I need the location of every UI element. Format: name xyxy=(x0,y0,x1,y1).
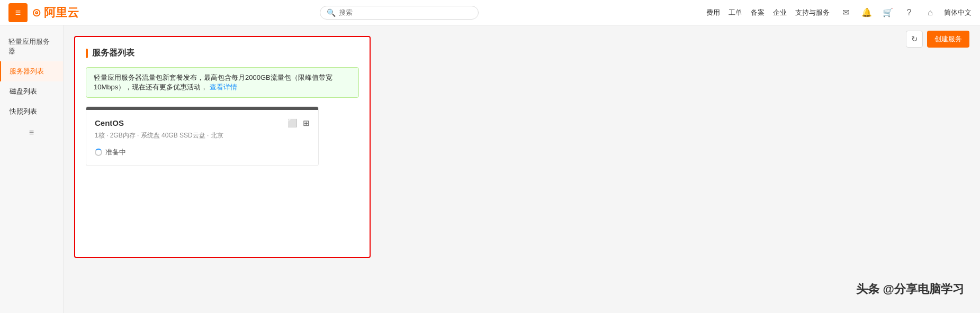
cart-icon[interactable]: 🛒 xyxy=(880,5,895,20)
server-card-header: CentOS ⬜ ⊞ xyxy=(95,118,310,128)
server-spec: 1核 · 2GB内存 · 系统盘 40GB SSD云盘 · 北京 xyxy=(95,131,310,140)
server-qr-icon[interactable]: ⊞ xyxy=(303,118,310,128)
nav-item-icp[interactable]: 备案 xyxy=(751,8,765,17)
nav-icon-group: ✉ 🔔 🛒 ? ⌂ 简体中文 xyxy=(838,5,972,20)
sidebar-item-disk-list[interactable]: 磁盘列表 xyxy=(0,81,63,102)
layout: 轻量应用服务器 服务器列表 磁盘列表 快照列表 ≡ 服务器列表 轻量应用服务器流… xyxy=(0,25,980,313)
search-area: 🔍 xyxy=(92,6,706,20)
sidebar-item-snapshot-list[interactable]: 快照列表 xyxy=(0,102,63,122)
nav-item-support[interactable]: 支持与服务 xyxy=(795,8,830,17)
watermark: 头条 @分享电脑学习 xyxy=(856,281,964,297)
content-box: 服务器列表 轻量应用服务器流量包新套餐发布，最高包含每月2000GB流量包（限峰… xyxy=(74,36,371,258)
server-card: CentOS ⬜ ⊞ 1核 · 2GB内存 · 系统盘 40GB SSD云盘 ·… xyxy=(86,106,319,166)
server-icon-group: ⬜ ⊞ xyxy=(287,118,310,128)
nav-right: 费用 工单 备案 企业 支持与服务 ✉ 🔔 🛒 ? ⌂ 简体中文 xyxy=(706,5,972,20)
refresh-button[interactable]: ↻ xyxy=(906,31,923,48)
alert-link[interactable]: 查看详情 xyxy=(210,83,237,91)
top-nav: ≡ ⊙ 阿里云 🔍 费用 工单 备案 企业 支持与服务 ✉ 🔔 🛒 ? ⌂ 简体… xyxy=(0,0,980,25)
search-box[interactable]: 🔍 xyxy=(320,6,479,20)
main-content: 服务器列表 轻量应用服务器流量包新套餐发布，最高包含每月2000GB流量包（限峰… xyxy=(64,25,980,313)
logo: ⊙ 阿里云 xyxy=(32,5,79,21)
page-header: 服务器列表 xyxy=(86,48,359,59)
search-icon: 🔍 xyxy=(327,8,336,17)
search-input[interactable] xyxy=(339,8,466,16)
status-spinner-icon xyxy=(95,149,102,156)
server-monitor-icon[interactable]: ⬜ xyxy=(287,118,298,128)
sidebar-bottom-icon[interactable]: ≡ xyxy=(0,122,63,144)
mail-icon[interactable]: ✉ xyxy=(838,5,853,20)
nav-item-ticket[interactable]: 工单 xyxy=(729,8,742,17)
bell-icon[interactable]: 🔔 xyxy=(859,5,874,20)
alert-banner: 轻量应用服务器流量包新套餐发布，最高包含每月2000GB流量包（限峰值带宽10M… xyxy=(86,67,359,98)
server-card-body: CentOS ⬜ ⊞ 1核 · 2GB内存 · 系统盘 40GB SSD云盘 ·… xyxy=(86,110,318,165)
menu-icon[interactable]: ≡ xyxy=(8,3,28,22)
title-bar-accent xyxy=(86,49,88,58)
server-status-text: 准备中 xyxy=(105,148,126,157)
global-actions: ↻ 创建服务 xyxy=(906,31,969,48)
help-icon[interactable]: ? xyxy=(902,5,916,20)
sidebar-item-server-list[interactable]: 服务器列表 xyxy=(0,61,63,81)
lang-switch[interactable]: 简体中文 xyxy=(944,8,972,17)
nav-item-fee[interactable]: 费用 xyxy=(706,8,720,17)
sidebar: 轻量应用服务器 服务器列表 磁盘列表 快照列表 ≡ xyxy=(0,25,64,313)
home-icon[interactable]: ⌂ xyxy=(923,5,938,20)
nav-item-enterprise[interactable]: 企业 xyxy=(773,8,787,17)
page-title-wrap: 服务器列表 xyxy=(86,48,134,59)
server-status: 准备中 xyxy=(95,148,310,157)
server-os-name: CentOS xyxy=(95,118,124,127)
create-server-button[interactable]: 创建服务 xyxy=(927,31,969,48)
page-title: 服务器列表 xyxy=(92,48,134,59)
sidebar-title: 轻量应用服务器 xyxy=(0,32,63,61)
